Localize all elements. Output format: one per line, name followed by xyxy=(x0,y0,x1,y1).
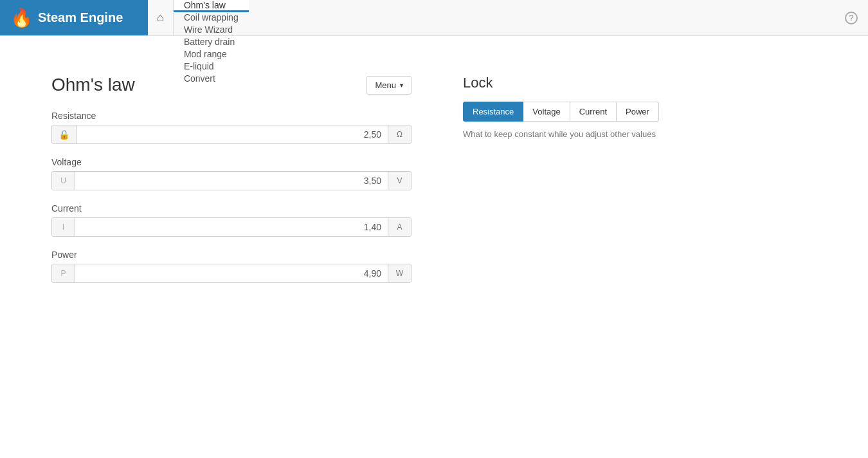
page-title: Ohm's law xyxy=(51,75,135,95)
lock-btn-voltage[interactable]: Voltage xyxy=(523,102,570,122)
nav-item-coil-wrapping[interactable]: Coil wrapping xyxy=(174,12,249,24)
field-prefix-power: P xyxy=(52,264,75,282)
field-input-voltage[interactable] xyxy=(75,172,388,190)
lock-btn-current[interactable]: Current xyxy=(570,102,617,122)
field-row-current: IA xyxy=(51,217,411,237)
unlock-icon-current: I xyxy=(62,223,64,232)
field-input-power[interactable] xyxy=(75,264,388,282)
field-label-current: Current xyxy=(51,203,411,214)
panel-header: Ohm's law Menu xyxy=(51,75,411,95)
right-panel: Lock ResistanceVoltageCurrentPower What … xyxy=(463,75,682,296)
nav-item-ohms-law[interactable]: Ohm's law xyxy=(174,0,249,12)
field-group-power: PowerPW xyxy=(51,250,411,283)
navbar: 🔥 Steam Engine Ohm's lawCoil wrappingWir… xyxy=(0,0,868,36)
fields-container: Resistance🔒ΩVoltageUVCurrentIAPowerPW xyxy=(51,111,411,283)
nav-item-e-liquid[interactable]: E-liquid xyxy=(174,61,249,73)
field-row-power: PW xyxy=(51,264,411,283)
field-suffix-power: W xyxy=(388,264,411,282)
home-icon xyxy=(157,11,164,24)
brand-flame-icon: 🔥 xyxy=(10,7,33,28)
nav-item-battery-drain[interactable]: Battery drain xyxy=(174,37,249,49)
lock-buttons: ResistanceVoltageCurrentPower xyxy=(463,102,682,122)
unlock-icon-voltage: U xyxy=(60,176,66,185)
menu-button[interactable]: Menu xyxy=(366,76,411,95)
field-input-resistance[interactable] xyxy=(77,125,388,143)
left-panel: Ohm's law Menu Resistance🔒ΩVoltageUVCurr… xyxy=(51,75,411,296)
nav-items: Ohm's lawCoil wrappingWire WizardBattery… xyxy=(174,0,249,35)
field-row-voltage: UV xyxy=(51,171,411,190)
field-prefix-voltage: U xyxy=(52,172,75,190)
lock-btn-resistance[interactable]: Resistance xyxy=(463,102,523,122)
field-group-current: CurrentIA xyxy=(51,203,411,237)
lock-btn-power[interactable]: Power xyxy=(616,102,659,122)
home-button[interactable] xyxy=(148,0,174,35)
field-suffix-resistance: Ω xyxy=(388,125,411,143)
main-content: Ohm's law Menu Resistance🔒ΩVoltageUVCurr… xyxy=(0,36,868,334)
unlock-icon-power: P xyxy=(60,269,66,278)
field-label-resistance: Resistance xyxy=(51,111,411,121)
nav-item-mod-range[interactable]: Mod range xyxy=(174,49,249,61)
brand-name: Steam Engine xyxy=(38,10,123,25)
field-group-voltage: VoltageUV xyxy=(51,157,411,190)
field-label-power: Power xyxy=(51,250,411,260)
lock-title: Lock xyxy=(463,75,682,91)
field-label-voltage: Voltage xyxy=(51,157,411,167)
help-button[interactable]: ? xyxy=(835,0,868,35)
help-icon: ? xyxy=(845,12,858,24)
lock-description: What to keep constant while you adjust o… xyxy=(463,129,682,139)
field-row-resistance: 🔒Ω xyxy=(51,125,411,144)
field-prefix-current: I xyxy=(52,218,75,236)
field-input-current[interactable] xyxy=(75,218,388,236)
field-suffix-voltage: V xyxy=(388,172,411,190)
lock-icon-resistance: 🔒 xyxy=(59,129,69,140)
nav-item-wire-wizard[interactable]: Wire Wizard xyxy=(174,24,249,37)
field-suffix-current: A xyxy=(388,218,411,236)
field-group-resistance: Resistance🔒Ω xyxy=(51,111,411,144)
brand-logo[interactable]: 🔥 Steam Engine xyxy=(0,0,148,35)
field-prefix-resistance: 🔒 xyxy=(52,125,77,143)
